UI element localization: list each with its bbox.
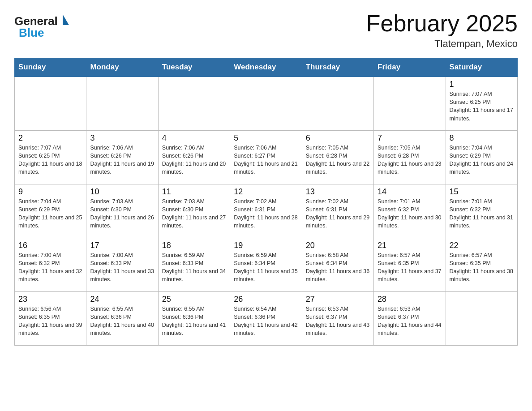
calendar-day-cell [230, 77, 302, 130]
day-of-week-header: Friday [374, 58, 446, 77]
svg-marker-1 [63, 14, 69, 25]
day-info: Sunrise: 7:02 AMSunset: 6:31 PMDaylight:… [306, 197, 370, 230]
location-title: Tlatempan, Mexico [366, 38, 518, 50]
day-info: Sunrise: 6:55 AMSunset: 6:36 PMDaylight:… [162, 305, 226, 338]
calendar-day-cell: 8Sunrise: 7:04 AMSunset: 6:29 PMDaylight… [446, 130, 517, 184]
day-info: Sunrise: 7:00 AMSunset: 6:33 PMDaylight:… [90, 251, 154, 284]
day-number: 25 [162, 295, 226, 304]
calendar-day-cell: 12Sunrise: 7:02 AMSunset: 6:31 PMDayligh… [230, 184, 302, 238]
day-number: 5 [234, 133, 298, 143]
day-number: 3 [90, 133, 154, 143]
calendar-day-cell: 28Sunrise: 6:53 AMSunset: 6:37 PMDayligh… [374, 291, 446, 345]
page-header: General Blue February 2025 Tlatempan, Me… [14, 11, 518, 50]
day-number: 21 [378, 241, 442, 250]
day-info: Sunrise: 7:03 AMSunset: 6:30 PMDaylight:… [90, 197, 154, 230]
day-info: Sunrise: 7:07 AMSunset: 6:25 PMDaylight:… [18, 144, 82, 176]
day-info: Sunrise: 6:57 AMSunset: 6:35 PMDaylight:… [450, 251, 514, 284]
days-of-week-row: SundayMondayTuesdayWednesdayThursdayFrid… [15, 58, 518, 77]
day-info: Sunrise: 7:01 AMSunset: 6:32 PMDaylight:… [450, 197, 514, 230]
calendar-day-cell: 20Sunrise: 6:58 AMSunset: 6:34 PMDayligh… [302, 238, 373, 291]
day-info: Sunrise: 7:04 AMSunset: 6:29 PMDaylight:… [18, 197, 82, 230]
day-number: 16 [18, 241, 82, 250]
calendar-day-cell: 2Sunrise: 7:07 AMSunset: 6:25 PMDaylight… [15, 130, 86, 184]
calendar-day-cell: 15Sunrise: 7:01 AMSunset: 6:32 PMDayligh… [446, 184, 517, 238]
day-of-week-header: Saturday [446, 58, 517, 77]
calendar-day-cell [15, 77, 86, 130]
title-block: February 2025 Tlatempan, Mexico [366, 11, 518, 50]
day-info: Sunrise: 7:02 AMSunset: 6:31 PMDaylight:… [234, 197, 298, 230]
day-of-week-header: Monday [86, 58, 158, 77]
day-info: Sunrise: 7:04 AMSunset: 6:29 PMDaylight:… [450, 144, 514, 176]
calendar-day-cell [158, 77, 230, 130]
day-info: Sunrise: 6:55 AMSunset: 6:36 PMDaylight:… [90, 305, 154, 338]
day-number: 18 [162, 241, 226, 250]
day-info: Sunrise: 6:53 AMSunset: 6:37 PMDaylight:… [306, 305, 370, 338]
month-title: February 2025 [366, 11, 518, 36]
calendar-day-cell: 25Sunrise: 6:55 AMSunset: 6:36 PMDayligh… [158, 291, 230, 345]
day-info: Sunrise: 6:57 AMSunset: 6:35 PMDaylight:… [378, 251, 442, 284]
day-info: Sunrise: 6:56 AMSunset: 6:35 PMDaylight:… [18, 305, 82, 338]
calendar-day-cell: 16Sunrise: 7:00 AMSunset: 6:32 PMDayligh… [15, 238, 86, 291]
svg-text:Blue: Blue [19, 26, 44, 39]
calendar-day-cell: 26Sunrise: 6:54 AMSunset: 6:36 PMDayligh… [230, 291, 302, 345]
calendar-day-cell: 13Sunrise: 7:02 AMSunset: 6:31 PMDayligh… [302, 184, 373, 238]
calendar-day-cell: 24Sunrise: 6:55 AMSunset: 6:36 PMDayligh… [86, 291, 158, 345]
day-number: 24 [90, 295, 154, 304]
calendar-day-cell: 3Sunrise: 7:06 AMSunset: 6:26 PMDaylight… [86, 130, 158, 184]
day-info: Sunrise: 6:54 AMSunset: 6:36 PMDaylight:… [234, 305, 298, 338]
day-info: Sunrise: 7:03 AMSunset: 6:30 PMDaylight:… [162, 197, 226, 230]
day-info: Sunrise: 7:00 AMSunset: 6:32 PMDaylight:… [18, 251, 82, 284]
day-info: Sunrise: 6:53 AMSunset: 6:37 PMDaylight:… [378, 305, 442, 338]
calendar-week-row: 1Sunrise: 7:07 AMSunset: 6:25 PMDaylight… [15, 77, 518, 130]
day-info: Sunrise: 7:07 AMSunset: 6:25 PMDaylight:… [450, 90, 514, 123]
day-number: 10 [90, 187, 154, 197]
calendar-day-cell: 6Sunrise: 7:05 AMSunset: 6:28 PMDaylight… [302, 130, 373, 184]
calendar-day-cell: 11Sunrise: 7:03 AMSunset: 6:30 PMDayligh… [158, 184, 230, 238]
day-info: Sunrise: 7:06 AMSunset: 6:26 PMDaylight:… [162, 144, 226, 176]
calendar-day-cell: 5Sunrise: 7:06 AMSunset: 6:27 PMDaylight… [230, 130, 302, 184]
day-info: Sunrise: 6:59 AMSunset: 6:33 PMDaylight:… [162, 251, 226, 284]
day-of-week-header: Sunday [15, 58, 86, 77]
day-number: 19 [234, 241, 298, 250]
calendar-day-cell: 14Sunrise: 7:01 AMSunset: 6:32 PMDayligh… [374, 184, 446, 238]
day-of-week-header: Wednesday [230, 58, 302, 77]
day-number: 27 [306, 295, 370, 304]
day-info: Sunrise: 7:06 AMSunset: 6:26 PMDaylight:… [90, 144, 154, 176]
day-number: 17 [90, 241, 154, 250]
day-number: 8 [450, 133, 514, 143]
calendar-table: SundayMondayTuesdayWednesdayThursdayFrid… [14, 58, 518, 346]
calendar-week-row: 2Sunrise: 7:07 AMSunset: 6:25 PMDaylight… [15, 130, 518, 184]
calendar-week-row: 16Sunrise: 7:00 AMSunset: 6:32 PMDayligh… [15, 238, 518, 291]
calendar-day-cell: 1Sunrise: 7:07 AMSunset: 6:25 PMDaylight… [446, 77, 517, 130]
calendar-week-row: 9Sunrise: 7:04 AMSunset: 6:29 PMDaylight… [15, 184, 518, 238]
day-number: 28 [378, 295, 442, 304]
calendar-day-cell: 17Sunrise: 7:00 AMSunset: 6:33 PMDayligh… [86, 238, 158, 291]
day-number: 12 [234, 187, 298, 197]
calendar-day-cell: 22Sunrise: 6:57 AMSunset: 6:35 PMDayligh… [446, 238, 517, 291]
day-number: 20 [306, 241, 370, 250]
calendar-day-cell: 10Sunrise: 7:03 AMSunset: 6:30 PMDayligh… [86, 184, 158, 238]
day-info: Sunrise: 6:58 AMSunset: 6:34 PMDaylight:… [306, 251, 370, 284]
calendar-day-cell: 9Sunrise: 7:04 AMSunset: 6:29 PMDaylight… [15, 184, 86, 238]
day-of-week-header: Tuesday [158, 58, 230, 77]
day-number: 13 [306, 187, 370, 197]
day-number: 1 [450, 80, 514, 89]
day-info: Sunrise: 7:05 AMSunset: 6:28 PMDaylight:… [378, 144, 442, 176]
calendar-day-cell: 19Sunrise: 6:59 AMSunset: 6:34 PMDayligh… [230, 238, 302, 291]
logo: General Blue [14, 11, 86, 40]
calendar-day-cell: 23Sunrise: 6:56 AMSunset: 6:35 PMDayligh… [15, 291, 86, 345]
calendar-day-cell [374, 77, 446, 130]
day-number: 11 [162, 187, 226, 197]
day-info: Sunrise: 7:06 AMSunset: 6:27 PMDaylight:… [234, 144, 298, 176]
day-number: 23 [18, 295, 82, 304]
day-number: 2 [18, 133, 82, 143]
day-info: Sunrise: 7:05 AMSunset: 6:28 PMDaylight:… [306, 144, 370, 176]
day-info: Sunrise: 7:01 AMSunset: 6:32 PMDaylight:… [378, 197, 442, 230]
day-number: 7 [378, 133, 442, 143]
calendar-day-cell [86, 77, 158, 130]
day-info: Sunrise: 6:59 AMSunset: 6:34 PMDaylight:… [234, 251, 298, 284]
calendar-day-cell: 18Sunrise: 6:59 AMSunset: 6:33 PMDayligh… [158, 238, 230, 291]
day-number: 4 [162, 133, 226, 143]
calendar-day-cell [302, 77, 373, 130]
day-number: 14 [378, 187, 442, 197]
